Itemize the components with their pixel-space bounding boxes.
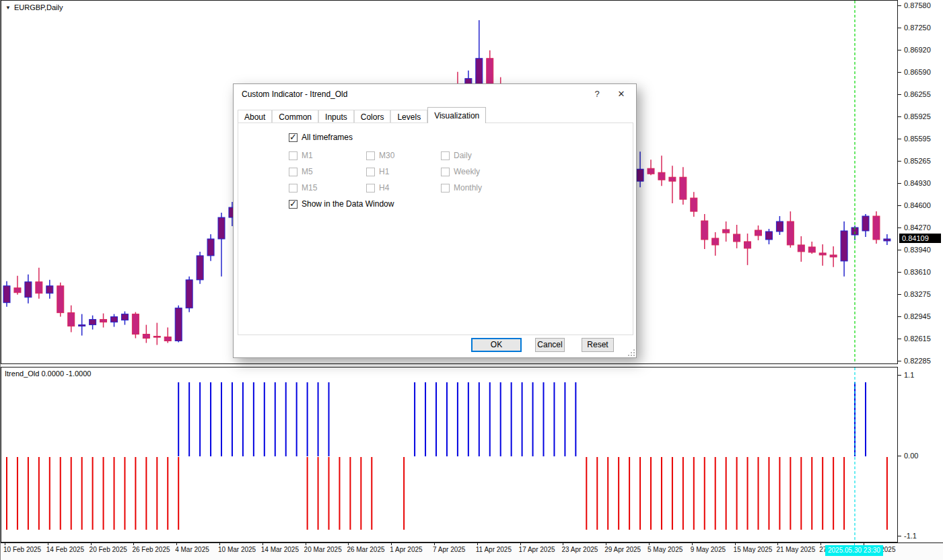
cancel-button[interactable]: Cancel [535, 338, 565, 352]
tab-inputs[interactable]: Inputs [318, 110, 354, 123]
price-axis-tick [898, 116, 901, 117]
tab-colors[interactable]: Colors [354, 110, 391, 123]
time-axis-tick [5, 543, 5, 545]
checkbox-weekly: Weekly [441, 167, 480, 176]
price-axis-label: 0.84600 [904, 201, 931, 209]
checkbox-m15: M15 [289, 183, 317, 193]
checkbox-all-timeframes-box[interactable]: ✓ [289, 133, 298, 142]
time-axis-label: 23 Apr 2025 [561, 546, 598, 553]
indicator-histogram[interactable] [1, 368, 897, 542]
checkbox-m15-label: M15 [302, 183, 317, 193]
time-axis-tick [563, 543, 563, 545]
checkbox-monthly-box [441, 184, 450, 193]
checkbox-show-data-window-label: Show in the Data Window [302, 199, 394, 209]
resize-grip-icon[interactable] [627, 348, 635, 356]
time-axis-label: 17 Apr 2025 [519, 546, 555, 553]
time-axis-label: 10 Mar 2025 [218, 546, 256, 553]
crosshair-time-label: 2025.05.30 23:30 [825, 545, 883, 556]
price-axis-label: 0.83940 [904, 246, 931, 254]
checkbox-h4-label: H4 [379, 183, 389, 193]
checkbox-m1-box [289, 151, 298, 160]
visualization-tab-page: ✓All timeframesM1M30DailyM5H1WeeklyM15H4… [238, 123, 633, 335]
time-axis-tick [133, 543, 134, 545]
price-axis-label: 0.82285 [904, 357, 931, 365]
time-axis-tick [477, 543, 478, 545]
time-axis-label: 14 Feb 2025 [46, 546, 84, 553]
price-axis-label: 0.86920 [904, 46, 931, 54]
time-axis-label: 21 May 2025 [776, 546, 815, 553]
time-axis-tick [777, 543, 778, 545]
time-axis-tick [606, 543, 606, 545]
price-axis-tick [898, 183, 901, 184]
checkbox-h4-box [366, 184, 375, 193]
dialog-tab-bar: AboutCommonInputsColorsLevelsVisualizati… [238, 108, 486, 123]
dialog-titlebar[interactable]: Custom Indicator - Itrend_Old ? ✕ [234, 84, 636, 104]
price-axis-tick [898, 361, 901, 361]
dialog-title: Custom Indicator - Itrend_Old [242, 90, 347, 99]
time-axis-tick [91, 543, 92, 545]
checkmark-icon: ✓ [289, 199, 297, 209]
price-axis-label: 0.87250 [904, 24, 931, 32]
price-axis-tick [898, 228, 901, 228]
checkbox-weekly-box [441, 168, 450, 176]
time-axis-label: 14 Mar 2025 [261, 546, 299, 553]
time-axis-tick [263, 543, 263, 545]
checkbox-m1-label: M1 [302, 151, 313, 160]
checkbox-m5: M5 [289, 167, 313, 176]
checkbox-m15-box [289, 184, 298, 193]
checkbox-show-data-window-box[interactable]: ✓ [289, 200, 298, 209]
checkbox-daily-label: Daily [454, 151, 472, 160]
price-axis-tick [898, 94, 901, 95]
tab-levels[interactable]: Levels [390, 110, 427, 123]
time-axis-label: 26 Feb 2025 [132, 546, 170, 553]
checkbox-m5-label: M5 [302, 167, 313, 176]
indicator-axis-label: 0.00 [904, 452, 918, 460]
indicator-axis-label: 1.1 [904, 371, 914, 379]
price-axis-tick [898, 316, 901, 317]
tab-about[interactable]: About [238, 110, 272, 123]
time-axis-label: 29 Apr 2025 [604, 546, 641, 553]
checkbox-m30-label: M30 [379, 151, 394, 160]
symbol-label[interactable]: ▼EURGBP,Daily [5, 3, 63, 11]
time-axis-label: 15 May 2025 [734, 546, 773, 553]
price-axis-label: 0.82615 [904, 335, 931, 343]
indicator-panel[interactable]: Itrend_Old 0.0000 -1.0000 [1, 367, 898, 542]
tab-visualization[interactable]: Visualization [427, 107, 486, 123]
time-axis-label: 5 May 2025 [648, 546, 683, 553]
checkbox-show-data-window[interactable]: ✓Show in the Data Window [289, 199, 394, 209]
checkbox-m30-box [366, 151, 375, 160]
indicator-axis-tick [898, 456, 901, 456]
mt4-window: ▼EURGBP,Daily Itrend_Old 0.0000 -1.0000 … [0, 0, 943, 560]
time-axis-label: 20 Feb 2025 [90, 546, 127, 553]
time-axis-tick [176, 543, 177, 545]
help-icon[interactable]: ? [588, 87, 606, 102]
checkmark-icon: ✓ [289, 132, 297, 142]
indicator-axis-tick [898, 375, 901, 376]
reset-button[interactable]: Reset [582, 338, 614, 352]
time-axis: 2025.05.30 23:30 10 Feb 202514 Feb 20252… [1, 542, 943, 560]
time-axis-tick [820, 543, 821, 545]
time-axis-tick [391, 543, 392, 545]
time-axis-tick [735, 543, 736, 545]
symbol-dropdown-icon[interactable]: ▼ [5, 5, 11, 11]
checkbox-all-timeframes-label: All timeframes [302, 133, 353, 142]
price-axis-label: 0.84270 [904, 223, 931, 232]
close-icon[interactable]: ✕ [612, 87, 631, 102]
indicator-label: Itrend_Old 0.0000 -1.0000 [5, 370, 91, 378]
time-axis-label: 7 Apr 2025 [433, 546, 465, 553]
checkbox-daily: Daily [441, 151, 472, 160]
symbol-text: EURGBP,Daily [14, 3, 63, 11]
ok-button[interactable]: OK [471, 338, 522, 352]
price-axis-tick [898, 205, 901, 206]
checkbox-all-timeframes[interactable]: ✓All timeframes [289, 133, 353, 142]
price-axis-label: 0.85595 [904, 135, 931, 143]
price-axis-label: 0.87580 [904, 1, 931, 9]
price-axis-tick [898, 28, 901, 28]
time-axis-tick [434, 543, 435, 545]
time-axis-tick [306, 543, 306, 545]
tab-common[interactable]: Common [272, 110, 318, 123]
current-price-tag: 0.84109 [899, 234, 941, 243]
checkbox-monthly: Monthly [441, 183, 482, 193]
time-axis-tick [692, 543, 693, 545]
price-axis-label: 0.85925 [904, 112, 931, 120]
